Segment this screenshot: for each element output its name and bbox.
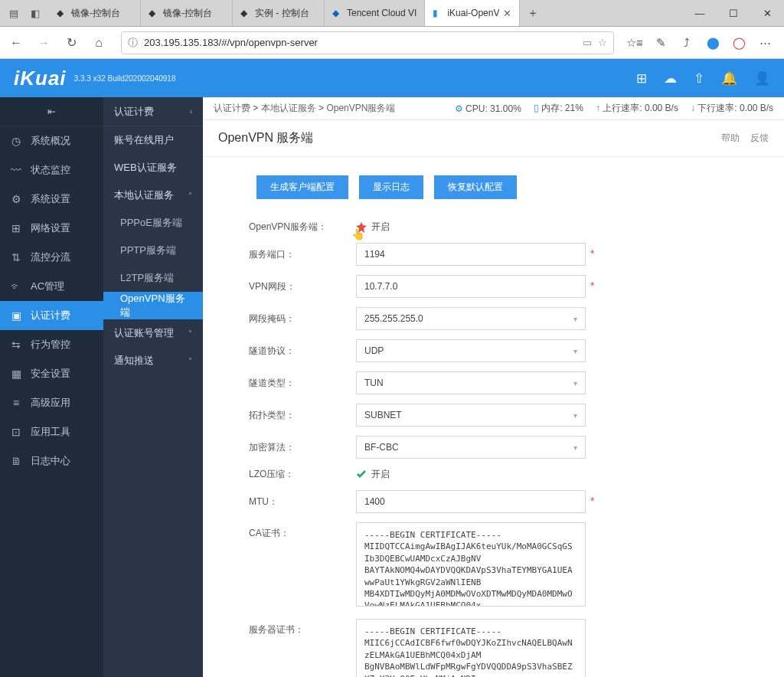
share-icon[interactable]: ⤴ bbox=[675, 31, 698, 54]
vpn-segment-input[interactable] bbox=[356, 275, 586, 298]
nav2-notify[interactable]: 通知推送˅ bbox=[103, 347, 203, 374]
nav1-system[interactable]: ⚙系统设置 bbox=[0, 185, 103, 214]
help-link[interactable]: 帮助 bbox=[721, 132, 740, 145]
nav1-logs[interactable]: 🗎日志中心 bbox=[0, 446, 103, 476]
label-cipher: 加密算法： bbox=[249, 441, 356, 454]
nav-refresh-icon[interactable]: ↻ bbox=[58, 30, 84, 56]
app-menu-icon[interactable]: ▤ bbox=[8, 7, 20, 19]
nav-home-icon[interactable]: ⌂ bbox=[86, 30, 112, 56]
nav2-online-users[interactable]: 账号在线用户 bbox=[103, 126, 203, 154]
upgrade-icon[interactable]: ⇧ bbox=[694, 70, 704, 87]
label-proto: 隧道协议： bbox=[249, 345, 356, 358]
notes-icon[interactable]: ✎ bbox=[649, 31, 672, 54]
favorites-icon[interactable]: ☆≡ bbox=[623, 31, 646, 54]
browser-tab[interactable]: ◆镜像-控制台 bbox=[141, 0, 233, 26]
favicon-icon: ◆ bbox=[57, 8, 67, 18]
auth-icon: ▣ bbox=[9, 309, 23, 322]
tunnel-type-select[interactable]: TUN▾ bbox=[356, 371, 586, 394]
cipher-select[interactable]: BF-CBC▾ bbox=[356, 436, 586, 459]
label-port: 服务端口： bbox=[249, 248, 356, 261]
chevron-left-icon[interactable]: ‹ bbox=[190, 107, 192, 116]
nav1-tools[interactable]: ⊡应用工具 bbox=[0, 417, 103, 446]
nav1-ac[interactable]: ᯤAC管理 bbox=[0, 272, 103, 301]
nav2-l2tp[interactable]: L2TP服务端 bbox=[103, 264, 203, 292]
nav1-auth[interactable]: ▣认证计费 bbox=[0, 301, 103, 330]
restore-default-button[interactable]: 恢复默认配置 bbox=[434, 175, 517, 199]
sidebar-toggle-icon[interactable]: ◧ bbox=[29, 7, 41, 19]
nav1-behavior[interactable]: ⇆行为管控 bbox=[0, 330, 103, 359]
swap-icon: ⇆ bbox=[9, 338, 23, 351]
apps-icon[interactable]: ⊞ bbox=[636, 70, 647, 87]
nav2-pptp[interactable]: PPTP服务端 bbox=[103, 237, 203, 264]
nav1-monitor[interactable]: 〰状态监控 bbox=[0, 155, 103, 185]
chevron-down-icon: ▾ bbox=[573, 347, 577, 355]
bell-icon[interactable]: 🔔 bbox=[721, 70, 737, 87]
flow-icon: ⇅ bbox=[9, 251, 23, 263]
info-icon: ⓘ bbox=[128, 36, 138, 50]
status-bar: 认证计费 > 本地认证服务 > OpenVPN服务端 ⚙ CPU: 31.00%… bbox=[203, 97, 784, 120]
new-tab-button[interactable]: ＋ bbox=[520, 0, 546, 26]
window-close[interactable]: ✕ bbox=[750, 0, 784, 27]
lzo-toggle[interactable]: 开启 bbox=[356, 468, 609, 481]
more-icon[interactable]: ⋯ bbox=[753, 31, 776, 54]
version-text: 3.3.3 x32 Build202002040918 bbox=[74, 74, 176, 83]
nav1-overview[interactable]: ◷系统概况 bbox=[0, 126, 103, 155]
browser-tab[interactable]: ◆Tencent Cloud VI bbox=[325, 0, 425, 26]
browser-tab[interactable]: ◆镜像-控制台 bbox=[49, 0, 141, 26]
ca-cert-textarea[interactable] bbox=[356, 522, 586, 607]
mtu-input[interactable] bbox=[356, 490, 586, 513]
label-ca-cert: CA证书： bbox=[249, 522, 356, 540]
cloud-icon[interactable]: ☁ bbox=[664, 70, 677, 87]
nav2-web-auth[interactable]: WEB认证服务 bbox=[103, 154, 203, 182]
openvpn-service-toggle[interactable]: 开启 bbox=[356, 221, 609, 234]
nav2-header: 认证计费‹ bbox=[103, 97, 203, 126]
chevron-down-icon: ▾ bbox=[573, 411, 577, 420]
mem-icon: ▯ bbox=[534, 103, 539, 113]
nav2-openvpn[interactable]: OpenVPN服务端 bbox=[103, 292, 203, 319]
window-minimize[interactable]: — bbox=[683, 0, 717, 27]
nav-back-icon[interactable]: ← bbox=[3, 30, 29, 56]
nav2-account-mgmt[interactable]: 认证账号管理˅ bbox=[103, 319, 203, 347]
shield-icon: ▦ bbox=[9, 368, 23, 380]
extension-icon[interactable]: ⬤ bbox=[701, 31, 724, 54]
bookmark-icon[interactable]: ☆ bbox=[598, 37, 607, 48]
user-icon[interactable]: 👤 bbox=[754, 70, 770, 87]
check-icon bbox=[356, 469, 367, 480]
window-maximize[interactable]: ☐ bbox=[717, 0, 750, 27]
label-mtu: MTU： bbox=[249, 495, 356, 509]
nav2-pppoe[interactable]: PPPoE服务端 bbox=[103, 209, 203, 237]
label-lzo: LZO压缩： bbox=[249, 468, 356, 481]
mask-select[interactable]: 255.255.255.0▾ bbox=[356, 307, 586, 330]
chevron-down-icon: ▾ bbox=[573, 379, 577, 388]
generate-client-config-button[interactable]: 生成客户端配置 bbox=[256, 175, 348, 199]
app-header: iKuai 3.3.3 x32 Build202002040918 ⊞ ☁ ⇧ … bbox=[0, 59, 784, 97]
browser-tab-active[interactable]: ▮iKuai-OpenV✕ bbox=[425, 0, 520, 26]
browser-tab[interactable]: ◆实例 - 控制台 bbox=[233, 0, 325, 26]
topology-select[interactable]: SUBNET▾ bbox=[356, 404, 586, 427]
nav1-network[interactable]: ⊞网络设置 bbox=[0, 214, 103, 243]
nav-forward-icon[interactable]: → bbox=[31, 30, 57, 56]
feedback-link[interactable]: 反馈 bbox=[750, 132, 769, 145]
cursor-hand-icon: 👆 bbox=[351, 228, 364, 240]
opera-icon[interactable]: ◯ bbox=[727, 31, 750, 54]
proto-select[interactable]: UDP▾ bbox=[356, 339, 586, 362]
nav1-advanced[interactable]: ≡高级应用 bbox=[0, 388, 103, 417]
nav1-security[interactable]: ▦安全设置 bbox=[0, 359, 103, 388]
tools-icon: ⊡ bbox=[9, 426, 23, 438]
required-icon: * bbox=[590, 280, 594, 292]
network-icon: ⊞ bbox=[9, 222, 23, 234]
port-input[interactable] bbox=[356, 243, 586, 266]
cpu-icon: ⚙ bbox=[455, 103, 463, 114]
server-cert-textarea[interactable] bbox=[356, 619, 586, 677]
nav1-flow[interactable]: ⇅流控分流 bbox=[0, 243, 103, 272]
gauge-icon: ◷ bbox=[9, 135, 23, 147]
show-log-button[interactable]: 显示日志 bbox=[359, 175, 423, 199]
label-server-cert: 服务器证书： bbox=[249, 619, 356, 636]
nav2-local-auth[interactable]: 本地认证服务˄ bbox=[103, 182, 203, 209]
sidebar-collapse-icon[interactable]: ⇤ bbox=[0, 97, 103, 126]
label-openvpn-service: OpenVPN服务端： bbox=[249, 221, 356, 234]
reader-icon[interactable]: ▭ bbox=[583, 37, 592, 48]
url-input[interactable]: ⓘ 203.195.135.183/#/vpn/openvpn-server ▭… bbox=[121, 31, 614, 54]
close-icon[interactable]: ✕ bbox=[503, 8, 511, 19]
sidebar-primary: ⇤ ◷系统概况 〰状态监控 ⚙系统设置 ⊞网络设置 ⇅流控分流 ᯤAC管理 ▣认… bbox=[0, 97, 103, 677]
